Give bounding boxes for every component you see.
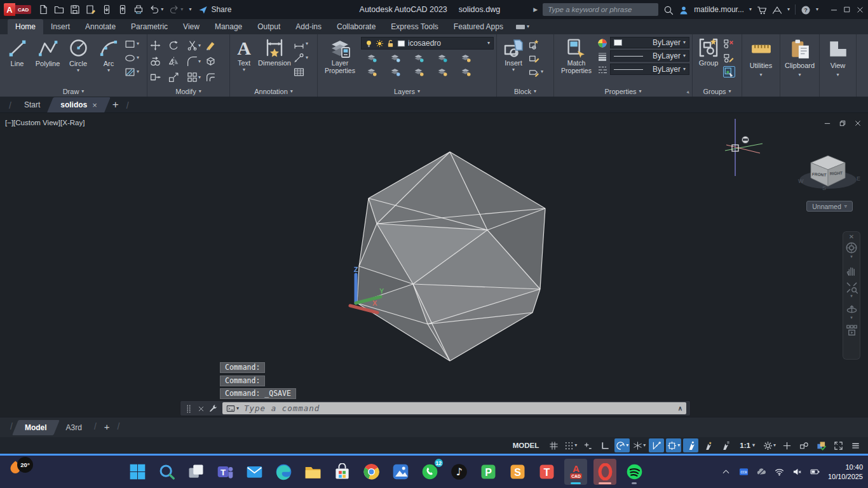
layer-thaw-icon[interactable] <box>376 39 384 48</box>
status-dynamic-input[interactable] <box>580 438 595 452</box>
layer-lock-button[interactable] <box>431 51 453 63</box>
text-button[interactable]: AText▾ <box>233 36 255 72</box>
save-to-web-mobile-button[interactable] <box>102 4 112 15</box>
recent-commands-button[interactable]: ▾ <box>226 403 239 414</box>
offset-button[interactable] <box>205 69 224 85</box>
object-color-icon[interactable] <box>597 37 607 48</box>
fillet-button[interactable]: ▾ <box>187 53 205 69</box>
window-minimize-button[interactable] <box>830 6 838 14</box>
show-motion-button[interactable] <box>846 324 858 336</box>
app-store-cart-icon[interactable] <box>757 4 767 15</box>
copy-button[interactable] <box>150 53 168 69</box>
window-maximize-button[interactable] <box>843 6 851 13</box>
taskbar-microsoft-store[interactable] <box>330 459 353 485</box>
arc-button[interactable]: Arc▾ <box>94 36 123 73</box>
linetype-icon[interactable] <box>597 64 607 75</box>
save-button[interactable] <box>70 4 80 15</box>
ribbon-tab-view[interactable]: View <box>175 19 207 34</box>
hatch-button[interactable]: ▾ <box>125 66 139 78</box>
status-customization[interactable] <box>848 438 863 452</box>
ribbon-tab-insert[interactable]: Insert <box>43 19 78 34</box>
command-palette-close-icon[interactable] <box>198 403 205 414</box>
share-button[interactable]: Share <box>198 4 231 14</box>
status-ortho-mode[interactable] <box>597 438 613 452</box>
tray-onedrive-paused[interactable] <box>757 467 766 477</box>
signed-in-user[interactable]: matilde.mour... <box>694 5 744 14</box>
orbit-arrow[interactable]: ▾ <box>850 315 853 320</box>
table-button[interactable] <box>294 66 308 78</box>
panel-title-draw[interactable]: Draw▾ <box>0 86 147 97</box>
status-annotation-scale[interactable]: 1:1▾ <box>735 438 760 452</box>
search-icon[interactable] <box>663 4 674 15</box>
new-layout-button[interactable]: + <box>99 421 115 433</box>
ribbon-tab-parametric[interactable]: Parametric <box>123 19 175 34</box>
group-edit-button[interactable] <box>723 52 735 64</box>
taskbar-file-explorer[interactable] <box>301 459 324 485</box>
window-close-button[interactable] <box>856 6 864 14</box>
drawing-canvas[interactable]: ZYXWSEFRONTRIGHT <box>0 113 868 417</box>
group-button[interactable]: Group <box>695 36 722 67</box>
rotate-button[interactable] <box>168 37 187 53</box>
layer-delete-button[interactable] <box>455 65 477 76</box>
autocad-app-button[interactable]: A CAD <box>4 3 31 16</box>
command-expand-arrow[interactable]: ∧ <box>678 405 682 412</box>
layer-unlock-button[interactable] <box>431 65 453 76</box>
layer-make-current-button[interactable] <box>455 51 477 63</box>
status-autoscale[interactable] <box>700 438 715 452</box>
redo-button[interactable]: ▾ <box>169 4 183 15</box>
help-icon[interactable]: ? <box>801 4 811 15</box>
close-tab-icon[interactable]: × <box>92 100 97 110</box>
open-from-web-mobile-button[interactable] <box>118 4 128 15</box>
scale-button[interactable] <box>168 69 187 85</box>
status-graphics-performance[interactable] <box>813 438 829 452</box>
dimension-button[interactable]: Dimension <box>257 36 292 67</box>
dialog-launcher-icon[interactable]: ▾ <box>685 90 691 95</box>
status-annotation-monitor[interactable] <box>779 438 794 452</box>
trim-button[interactable]: ▾ <box>187 37 205 53</box>
ribbon-collapse-button[interactable]: ▾ <box>516 19 529 34</box>
layer-on-button[interactable] <box>361 65 383 76</box>
status-object-snap-tracking[interactable] <box>649 438 664 452</box>
status-clean-screen[interactable] <box>831 438 846 452</box>
status-snap-mode[interactable]: ▾ <box>563 438 578 452</box>
layer-off-button[interactable] <box>361 51 383 63</box>
multileader-button[interactable]: ▾ <box>294 52 308 64</box>
ribbon-tab-add-ins[interactable]: Add-ins <box>288 19 329 34</box>
status-workspace-switching[interactable]: ▾ <box>762 438 777 452</box>
panel-title-groups[interactable]: Groups▾ <box>693 86 742 97</box>
taskbar-photos[interactable] <box>389 459 412 485</box>
open-file-button[interactable] <box>54 4 64 15</box>
layer-color-swatch[interactable] <box>397 39 405 48</box>
layer-unlock-icon[interactable] <box>386 39 395 48</box>
user-avatar-icon[interactable] <box>679 4 689 15</box>
move-button[interactable] <box>150 37 168 53</box>
status-isometric-drafting[interactable]: ▾ <box>632 438 647 452</box>
ribbon-tab-express-tools[interactable]: Express Tools <box>383 19 445 34</box>
status-annotation-visibility[interactable] <box>683 438 698 452</box>
erase-button[interactable] <box>205 37 224 53</box>
autodesk-icon[interactable] <box>772 4 782 15</box>
taskbar-weather-widget[interactable]: 20° <box>8 459 33 475</box>
drawing-minimize-button[interactable] <box>824 119 831 127</box>
ribbon-tab-manage[interactable]: Manage <box>207 19 250 34</box>
linetype-dropdown[interactable]: ByLayer▾ <box>610 64 689 75</box>
ribbon-tab-home[interactable]: Home <box>8 19 43 34</box>
match-properties-button[interactable]: Match Properties <box>557 36 596 74</box>
taskbar-start[interactable] <box>126 459 149 485</box>
panel-title-modify[interactable]: Modify▾ <box>147 86 229 97</box>
define-attributes-button[interactable]: ▾ <box>529 66 543 78</box>
ellipse-button[interactable]: ▾ <box>125 52 139 64</box>
viewport-controls-label[interactable]: [−][Custom View][X-Ray] <box>5 119 85 126</box>
taskbar-spotify[interactable] <box>623 459 646 485</box>
ribbon-tab-annotate[interactable]: Annotate <box>78 19 123 34</box>
lineweight-icon[interactable] <box>597 50 607 62</box>
drawing-restore-button[interactable] <box>839 119 846 127</box>
status-object-snap[interactable]: ▾ <box>666 438 681 452</box>
pan-button[interactable] <box>846 264 858 276</box>
navbar-close-icon[interactable]: ✕ <box>849 233 854 240</box>
taskbar-teams[interactable]: T <box>214 459 236 485</box>
file-tab-solidos[interactable]: solidos× <box>50 97 107 112</box>
taskbar-edge[interactable] <box>272 459 295 485</box>
tray-volume-muted[interactable] <box>792 467 802 477</box>
line-button[interactable]: Line <box>3 36 32 68</box>
